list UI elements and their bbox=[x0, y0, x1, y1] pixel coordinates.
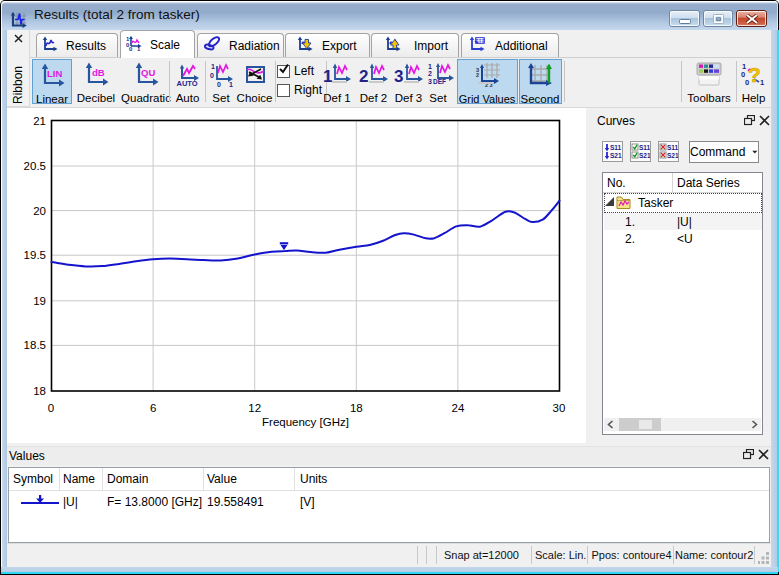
svg-text:12: 12 bbox=[248, 402, 261, 414]
svg-text:DEF: DEF bbox=[433, 78, 446, 85]
svg-text:AUTO: AUTO bbox=[176, 79, 197, 88]
svg-text:S11: S11 bbox=[610, 144, 622, 151]
svg-text:1: 1 bbox=[229, 81, 233, 88]
svg-text:1: 1 bbox=[323, 67, 332, 86]
svg-text:S11: S11 bbox=[667, 144, 678, 151]
svg-text:S21: S21 bbox=[667, 152, 678, 159]
svg-text:3: 3 bbox=[428, 78, 432, 85]
svg-text:19: 19 bbox=[33, 295, 46, 307]
svg-text:0: 0 bbox=[210, 72, 214, 79]
svg-text:30: 30 bbox=[553, 402, 566, 414]
svg-text:21: 21 bbox=[33, 115, 46, 127]
svg-text:19.5: 19.5 bbox=[24, 249, 46, 261]
svg-text:QU: QU bbox=[141, 67, 155, 78]
svg-text:18: 18 bbox=[350, 402, 363, 414]
svg-text:2: 2 bbox=[476, 72, 479, 78]
svg-text:S21: S21 bbox=[610, 152, 622, 159]
svg-text:20.5: 20.5 bbox=[24, 160, 46, 172]
svg-text:Frequency [GHz]: Frequency [GHz] bbox=[262, 416, 349, 428]
svg-text:2: 2 bbox=[359, 67, 368, 86]
svg-text:S21: S21 bbox=[639, 152, 650, 159]
svg-text:20: 20 bbox=[33, 205, 46, 217]
svg-text:3: 3 bbox=[394, 67, 403, 86]
svg-text:LIN: LIN bbox=[47, 68, 62, 79]
svg-text:1: 1 bbox=[428, 63, 432, 70]
svg-text:6: 6 bbox=[150, 402, 156, 414]
svg-text:S11: S11 bbox=[639, 144, 650, 151]
svg-text:?: ? bbox=[748, 63, 761, 86]
svg-text:2: 2 bbox=[428, 70, 432, 77]
svg-text:0: 0 bbox=[48, 402, 54, 414]
svg-text:24: 24 bbox=[452, 402, 465, 414]
svg-text:18: 18 bbox=[33, 385, 46, 397]
svg-text:1: 1 bbox=[211, 63, 215, 70]
svg-text:0: 0 bbox=[217, 81, 221, 88]
svg-text:dB: dB bbox=[92, 67, 105, 78]
svg-text:18.5: 18.5 bbox=[24, 339, 46, 351]
